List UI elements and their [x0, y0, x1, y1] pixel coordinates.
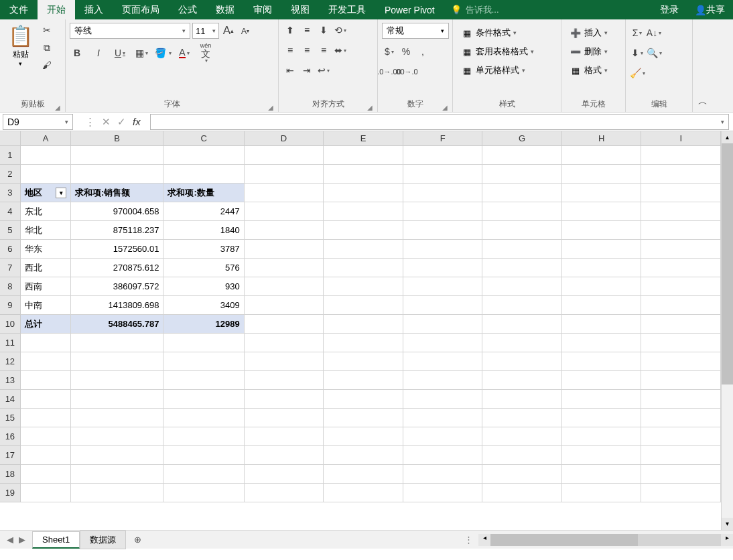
cell[interactable] — [245, 202, 324, 221]
cell[interactable] — [562, 221, 642, 240]
tell-me-search[interactable]: 💡 告诉我... — [451, 4, 499, 16]
cell[interactable] — [403, 202, 483, 221]
cell[interactable] — [71, 465, 163, 484]
horizontal-scrollbar[interactable]: ◂ ▸ — [478, 534, 733, 546]
dialog-launcher-icon[interactable]: ◢ — [440, 101, 450, 111]
cell[interactable] — [482, 259, 562, 277]
col-header[interactable]: E — [324, 131, 403, 146]
cell[interactable] — [324, 427, 403, 446]
tab-home[interactable]: 开始 — [38, 0, 75, 19]
col-header[interactable]: B — [71, 131, 164, 146]
cell[interactable] — [21, 409, 71, 427]
clear-icon[interactable]: 🧹 — [630, 66, 645, 80]
cell[interactable]: 中南 — [21, 296, 71, 315]
tab-review[interactable]: 审阅 — [244, 0, 281, 19]
cell[interactable] — [71, 146, 163, 165]
indent-increase-icon[interactable]: ⇥ — [299, 63, 314, 78]
cell[interactable]: 386097.572 — [71, 277, 163, 296]
format-cells-button[interactable]: ▦格式▾ — [565, 63, 612, 78]
indent-decrease-icon[interactable]: ⇤ — [283, 63, 297, 78]
cell[interactable] — [482, 221, 562, 240]
cell[interactable] — [562, 390, 642, 409]
cell[interactable] — [163, 371, 244, 390]
comma-icon[interactable]: , — [415, 44, 430, 59]
tab-view[interactable]: 视图 — [281, 0, 319, 19]
col-header[interactable]: C — [163, 131, 244, 146]
font-color-icon[interactable]: A — [177, 46, 192, 60]
cell[interactable] — [324, 165, 403, 184]
fill-color-icon[interactable]: 🪣 — [155, 46, 170, 60]
cell[interactable] — [324, 296, 403, 315]
cell[interactable] — [641, 221, 721, 240]
cell[interactable] — [482, 390, 562, 409]
row-header[interactable]: 8 — [0, 277, 21, 296]
cell[interactable] — [641, 165, 721, 184]
tab-developer[interactable]: 开发工具 — [319, 0, 375, 19]
tab-powerpivot[interactable]: Power Pivot — [375, 0, 444, 19]
row-header[interactable]: 11 — [0, 334, 21, 352]
cell[interactable] — [324, 390, 403, 409]
dialog-launcher-icon[interactable]: ◢ — [365, 101, 375, 111]
col-header[interactable]: F — [403, 131, 483, 146]
cell[interactable] — [245, 427, 324, 446]
cell[interactable] — [21, 352, 71, 371]
cell[interactable]: 12989 — [163, 315, 244, 334]
cell[interactable] — [324, 371, 403, 390]
row-header[interactable]: 2 — [0, 165, 21, 184]
row-header[interactable]: 16 — [0, 427, 21, 446]
insert-cells-button[interactable]: ➕插入▾ — [565, 25, 612, 40]
copy-icon[interactable]: ⧉ — [40, 40, 54, 55]
cell[interactable] — [482, 465, 562, 484]
cell[interactable]: 3409 — [163, 296, 244, 315]
cell[interactable]: 5488465.787 — [71, 315, 163, 334]
merge-icon[interactable]: ⬌ — [333, 43, 348, 58]
cell[interactable] — [562, 277, 642, 296]
scroll-down-icon[interactable]: ▾ — [722, 518, 733, 530]
select-all-button[interactable] — [0, 131, 21, 146]
align-center-icon[interactable]: ≡ — [299, 43, 314, 58]
cell[interactable] — [641, 352, 721, 371]
cell[interactable] — [482, 352, 562, 371]
scroll-thumb[interactable] — [722, 143, 733, 384]
cell[interactable] — [641, 146, 721, 165]
cell[interactable] — [21, 371, 71, 390]
cell[interactable] — [245, 371, 324, 390]
row-header[interactable]: 17 — [0, 446, 21, 465]
cell[interactable] — [403, 465, 483, 484]
cell[interactable] — [71, 446, 163, 465]
cell[interactable] — [482, 427, 562, 446]
cell[interactable] — [163, 409, 244, 427]
cell[interactable]: 3787 — [163, 240, 244, 259]
formula-input[interactable]: ▾ — [150, 114, 729, 130]
cell[interactable] — [163, 465, 244, 484]
cell[interactable] — [562, 427, 642, 446]
cell[interactable] — [245, 240, 324, 259]
row-header[interactable]: 12 — [0, 352, 21, 371]
conditional-format-button[interactable]: ▦条件格式▾ — [457, 25, 521, 40]
cell[interactable]: 地区▾ — [21, 184, 71, 202]
cell[interactable] — [482, 240, 562, 259]
font-size-select[interactable]: 11▾ — [192, 23, 219, 39]
cell[interactable] — [163, 146, 244, 165]
cell[interactable] — [71, 165, 163, 184]
tab-data[interactable]: 数据 — [206, 0, 244, 19]
cell[interactable] — [482, 296, 562, 315]
cell[interactable] — [324, 352, 403, 371]
cell[interactable] — [482, 277, 562, 296]
cell[interactable]: 总计 — [21, 315, 71, 334]
cell[interactable] — [562, 446, 642, 465]
cell[interactable] — [403, 352, 483, 371]
cell[interactable] — [324, 465, 403, 484]
cell[interactable] — [403, 259, 483, 277]
name-box[interactable]: D9▾ — [3, 114, 73, 130]
cell[interactable] — [163, 427, 244, 446]
cell[interactable] — [245, 390, 324, 409]
cell[interactable] — [71, 334, 163, 352]
cell[interactable] — [403, 484, 483, 502]
decrease-decimal-icon[interactable]: .00→.0 — [399, 64, 413, 79]
cell[interactable] — [71, 390, 163, 409]
cell[interactable]: 西南 — [21, 277, 71, 296]
cell[interactable] — [562, 146, 642, 165]
cell[interactable] — [482, 446, 562, 465]
cell[interactable]: 东北 — [21, 202, 71, 221]
